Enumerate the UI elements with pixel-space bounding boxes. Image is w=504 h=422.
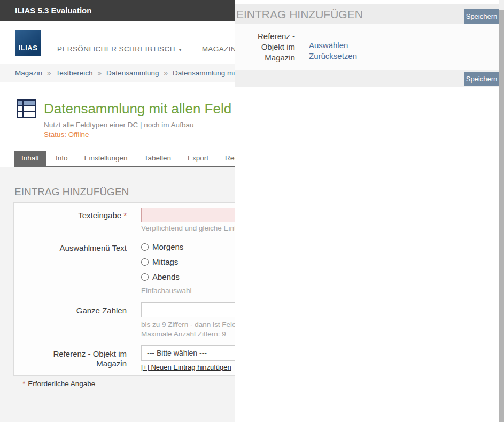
- ilias-logo[interactable]: ILIAS: [15, 30, 41, 56]
- auswaehlen-link[interactable]: Auswählen: [309, 41, 348, 50]
- radio-icon[interactable]: [141, 258, 149, 266]
- form-heading: EINTRAG HINZUFÜGEN: [14, 186, 129, 198]
- tab-tabellen[interactable]: Tabellen: [137, 151, 178, 166]
- page-title: Datensammlung mit allen Feld: [44, 101, 231, 117]
- nav-personal-desktop[interactable]: PERSÖNLICHER SCHREIBTISCH ▾: [57, 45, 182, 53]
- breadcrumb-separator: »: [98, 69, 102, 77]
- tab-bar: Inhalt Info Einstellungen Tabellen Expor…: [14, 151, 249, 166]
- scrollbar-thumb[interactable]: [499, 10, 504, 422]
- chevron-down-icon: ▾: [179, 47, 182, 52]
- logo-text: ILIAS: [19, 44, 38, 52]
- ilias-screen: ILIAS 5.3 Evaluation ILIAS PERSÖNLICHER …: [0, 0, 504, 422]
- modal-referenz-label: Referenz - Objekt im Magazin: [257, 31, 295, 63]
- label-line: Referenz -: [258, 32, 295, 41]
- label-line: Objekt im: [261, 42, 295, 51]
- tab-inhalt[interactable]: Inhalt: [14, 151, 46, 166]
- label-line: Magazin: [265, 53, 295, 62]
- label-line: Referenz - Objekt im: [53, 349, 127, 358]
- radio-option-morgens[interactable]: Morgens: [141, 242, 183, 251]
- radio-option-abends[interactable]: Abends: [141, 272, 180, 281]
- tab-export[interactable]: Export: [181, 151, 215, 166]
- tab-einstellungen[interactable]: Einstellungen: [77, 151, 135, 166]
- radio-icon[interactable]: [141, 243, 149, 251]
- required-note-text: Erforderliche Angabe: [28, 380, 95, 388]
- breadcrumb-link-datensammlung[interactable]: Datensammlung: [106, 69, 159, 77]
- app-title: ILIAS 5.3 Evaluation: [15, 0, 91, 21]
- ganze-zahlen-label: Ganze Zahlen: [14, 306, 127, 316]
- save-button-bottom[interactable]: Speichern: [464, 72, 499, 86]
- nav-label: MAGAZIN: [202, 45, 236, 53]
- page-subtitle: Nutzt alle Feldtypen einer DC | noch im …: [44, 121, 193, 129]
- breadcrumb-link-current[interactable]: Datensammlung mit a: [173, 69, 243, 77]
- modal-footer: [235, 70, 499, 87]
- radio-label[interactable]: Mittags: [152, 257, 178, 266]
- radio-option-mittags[interactable]: Mittags: [141, 257, 178, 266]
- status-badge: Status: Offline: [44, 131, 89, 139]
- referenz-label: Referenz - Objekt im Magazin: [14, 349, 127, 369]
- zuruecksetzen-link[interactable]: Zurücksetzen: [309, 51, 357, 60]
- breadcrumb-separator: »: [47, 69, 51, 77]
- breadcrumb-separator: »: [164, 69, 168, 77]
- vertical-scrollbar[interactable]: [499, 0, 504, 422]
- save-button-top[interactable]: Speichern: [464, 9, 499, 24]
- nav-label: PERSÖNLICHER SCHREIBTISCH: [57, 45, 175, 53]
- ganze-zahlen-helper2: Maximale Anzahl Ziffern: 9: [141, 330, 226, 338]
- add-entry-modal: EINTRAG HINZUFÜGEN Speichern Referenz - …: [235, 0, 499, 422]
- radio-label[interactable]: Morgens: [152, 242, 183, 251]
- auswahlmenu-helper: Einfachauswahl: [141, 287, 192, 295]
- label-text: Texteingabe: [78, 211, 121, 220]
- radio-label[interactable]: Abends: [152, 272, 180, 281]
- auswahlmenu-label: Auswahlmenü Text: [14, 243, 127, 253]
- breadcrumb-link-magazin[interactable]: Magazin: [15, 69, 42, 77]
- required-note: *Erforderliche Angabe: [22, 380, 95, 388]
- texteingabe-helper: Verpflichtend und gleiche Eint: [141, 224, 236, 232]
- modal-heading: EINTRAG HINZUFÜGEN: [236, 4, 363, 24]
- required-asterisk: *: [123, 211, 127, 220]
- ganze-zahlen-helper1: bis zu 9 Ziffern - dann ist Feier: [141, 320, 238, 328]
- texteingabe-label: Texteingabe*: [14, 211, 127, 220]
- add-entry-link[interactable]: [+] Neuen Eintrag hinzufügen: [141, 363, 231, 371]
- required-asterisk: *: [22, 380, 25, 388]
- entry-form-panel: Texteingabe* Verpflichtend und gleiche E…: [13, 202, 244, 376]
- breadcrumb-link-testbereich[interactable]: Testbereich: [56, 69, 93, 77]
- main-navigation: PERSÖNLICHER SCHREIBTISCH ▾ MAGAZIN ▾: [57, 45, 243, 53]
- data-collection-icon: [17, 99, 36, 118]
- radio-icon[interactable]: [141, 273, 149, 281]
- label-line: Magazin: [96, 359, 127, 368]
- tab-info[interactable]: Info: [49, 151, 75, 166]
